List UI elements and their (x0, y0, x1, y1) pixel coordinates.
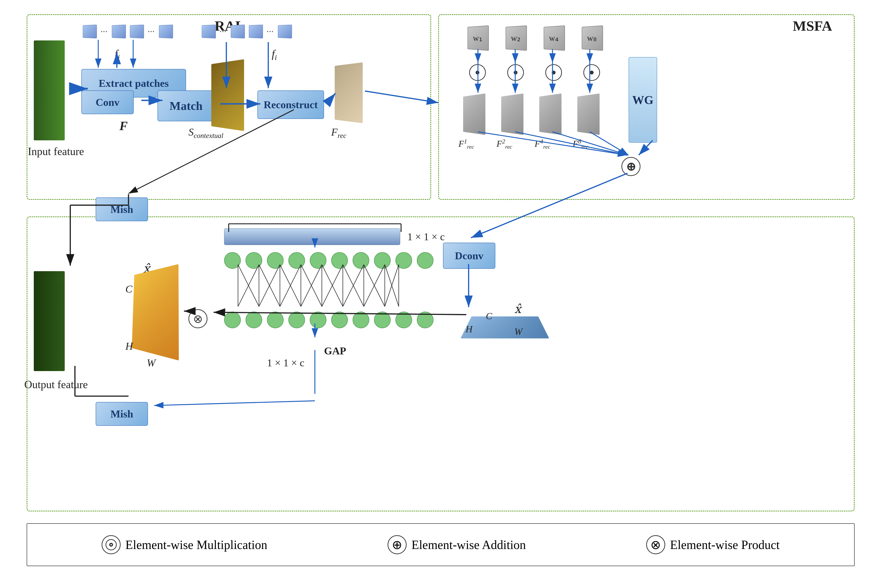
dots-4: ··· (266, 25, 273, 38)
block-2 (112, 24, 126, 38)
bn-3 (267, 312, 284, 328)
msfa-label: MSFA (793, 18, 832, 34)
frec4-label: F4rec (535, 138, 550, 150)
times-circle: ⊗ (188, 309, 207, 328)
legend-text-3: Element-wise Product (670, 538, 779, 552)
dots-2: ··· (147, 25, 155, 38)
main-diagram: RAL MSFA Input feature ··· ··· fi Extrac… (15, 9, 871, 568)
block-5 (202, 24, 216, 38)
frec4-box (539, 93, 562, 135)
legend-symbol-2: ⊕ (387, 535, 407, 554)
blue-bar-top (224, 228, 400, 245)
block-1 (83, 24, 97, 38)
frec1-label: F1rec (458, 138, 474, 150)
C2-label: C (486, 310, 492, 322)
fi-label-2: fi (272, 48, 277, 62)
cn-8 (374, 252, 390, 269)
F-label: F (119, 119, 128, 133)
reconstruct-box[interactable]: Reconstruct (257, 90, 324, 119)
legend-item-2: ⊕ Element-wise Addition (387, 535, 526, 554)
frec-rect (335, 62, 363, 123)
cn-2 (246, 252, 262, 269)
cn-6 (331, 252, 348, 269)
bn-2 (246, 312, 262, 328)
dot-circle-4 (583, 64, 600, 81)
block-6 (231, 24, 245, 38)
cn-7 (353, 252, 369, 269)
conv-box[interactable]: Conv (81, 90, 134, 114)
bn-6 (331, 312, 348, 328)
bn-5 (310, 312, 326, 328)
bn-4 (288, 312, 305, 328)
cn-1 (224, 252, 241, 269)
block-8 (278, 24, 292, 38)
dots-1: ··· (101, 25, 108, 38)
bn-9 (395, 312, 412, 328)
legend-box: Element-wise Multiplication ⊕ Element-wi… (27, 523, 854, 566)
block-4 (159, 24, 173, 38)
input-feature-label: Input feature (28, 145, 84, 158)
match-box[interactable]: Match (158, 90, 215, 121)
fi-label-1: fi (115, 48, 120, 62)
golden-rect (211, 59, 244, 131)
wg-box: WG (629, 57, 657, 143)
dots-3: ··· (219, 25, 227, 38)
output-feature-label: Output feature (24, 378, 88, 391)
w1-box: w₁ (467, 26, 489, 51)
w4-box: w₄ (544, 26, 565, 51)
small-plate (461, 316, 549, 338)
mish1-box[interactable]: Mish (96, 197, 148, 221)
dot-circle-2 (507, 64, 524, 81)
cn-9 (395, 252, 412, 269)
frec2-box (501, 93, 524, 135)
circles-bottom-row (224, 312, 434, 328)
dot-circle-1 (469, 64, 486, 81)
dconv-box[interactable]: Dconv (443, 243, 496, 269)
C-label: C (125, 283, 132, 295)
block-7 (249, 24, 263, 38)
1x1xc-label-2: 1 × 1 × c (267, 357, 304, 369)
legend-symbol-3: ⊗ (646, 535, 665, 554)
frec-label: Frec (331, 126, 346, 140)
cn-3 (267, 252, 284, 269)
s-contextual-label: Scontextual (188, 126, 224, 140)
W-label: W (147, 357, 156, 369)
legend-text-2: Element-wise Addition (411, 538, 526, 552)
circles-top-row (224, 252, 434, 269)
mish2-box[interactable]: Mish (96, 402, 148, 426)
w2-box: w₂ (506, 26, 527, 51)
legend-item-3: ⊗ Element-wise Product (646, 535, 779, 554)
W2-label: W (514, 326, 522, 337)
cn-10 (417, 252, 434, 269)
1x1xc-label-1: 1 × 1 × c (407, 231, 445, 243)
block-3 (130, 24, 144, 38)
cn-5 (310, 252, 326, 269)
blocks-row-top: ··· ··· (81, 25, 174, 38)
svg-point-2 (110, 544, 112, 545)
w8-box: w₈ (582, 26, 603, 51)
plus-circle: ⊕ (622, 157, 640, 176)
H2-label: H (466, 324, 473, 334)
frec1-box (463, 93, 486, 135)
cn-4 (288, 252, 305, 269)
bn-7 (353, 312, 369, 328)
frec8-label: F8rec (573, 138, 589, 150)
legend-item-1: Element-wise Multiplication (102, 535, 267, 554)
legend-text-1: Element-wise Multiplication (125, 538, 267, 552)
bn-1 (224, 312, 241, 328)
frec2-label: F2rec (497, 138, 512, 150)
bn-8 (374, 312, 390, 328)
H-label: H (125, 340, 133, 352)
blocks-row-ral: ··· ··· (200, 25, 293, 38)
gap-label: GAP (324, 345, 346, 357)
xhat-volume (132, 264, 179, 361)
bn-10 (417, 312, 434, 328)
input-feature-rect (34, 40, 65, 140)
output-feature-rect (34, 271, 65, 371)
dot-circle-3 (545, 64, 562, 81)
xhat2-label: x̂ (514, 302, 521, 316)
frec8-box (577, 93, 600, 135)
legend-symbol-1 (102, 535, 121, 554)
